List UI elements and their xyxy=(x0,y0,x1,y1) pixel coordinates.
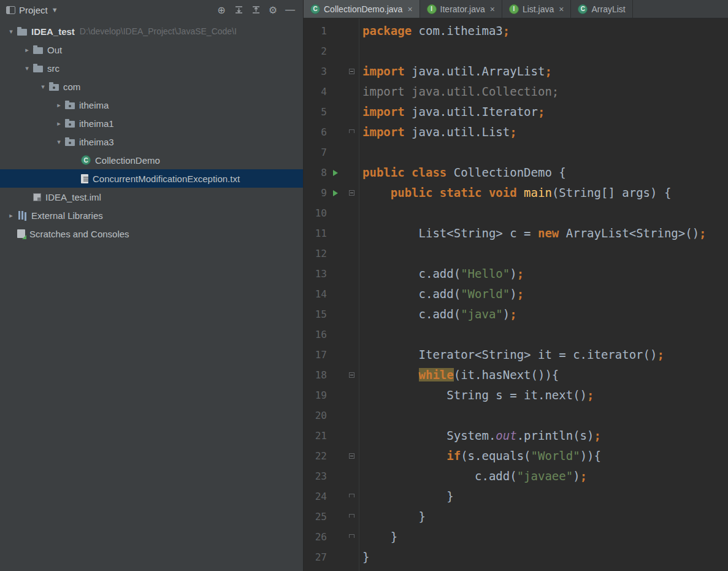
chevron-right-icon[interactable]: ▸ xyxy=(53,101,65,109)
tree-item-itheima3[interactable]: ▾itheima3 xyxy=(0,132,303,151)
code-line: 11 List<String> c = new ArrayList<String… xyxy=(304,223,728,243)
code-line: 17 Iterator<String> it = c.iterator(); xyxy=(304,345,728,365)
fold-start-icon[interactable] xyxy=(344,61,359,82)
code-line: 4import java.util.Collection; xyxy=(304,82,728,102)
tree-item-com[interactable]: ▾com xyxy=(0,77,303,96)
code-text: c.add("java"); xyxy=(359,304,517,324)
code-line: 7 xyxy=(304,142,728,163)
code-line: 16 xyxy=(304,324,728,345)
line-number: 2 xyxy=(304,41,327,61)
line-number: 26 xyxy=(304,527,327,547)
code-line: 10 xyxy=(304,203,728,223)
code-line: 8public class CollectionDemo { xyxy=(304,163,728,183)
project-panel-title[interactable]: Project xyxy=(19,5,48,15)
settings-icon[interactable]: ⚙ xyxy=(266,4,280,16)
run-spacer xyxy=(327,405,344,426)
fold-spacer xyxy=(344,466,359,486)
run-icon[interactable] xyxy=(327,163,344,183)
code-editor[interactable]: 1package com.itheima3;23import java.util… xyxy=(304,18,728,571)
run-icon[interactable] xyxy=(327,183,344,203)
fold-spacer xyxy=(344,142,359,163)
tree-item-path: D:\develop\IDEA_Project\JavaSE_Code\I xyxy=(80,26,237,36)
scroll-from-source-icon[interactable] xyxy=(232,6,245,15)
code-line: 2 xyxy=(304,41,728,61)
run-spacer xyxy=(327,547,344,567)
tree-item-itheima1[interactable]: ▸itheima1 xyxy=(0,114,303,132)
chevron-right-icon[interactable]: ▸ xyxy=(21,46,33,54)
close-icon[interactable]: × xyxy=(490,4,495,14)
run-spacer xyxy=(327,466,344,486)
fold-start-icon[interactable] xyxy=(344,183,359,203)
tree-item-idea-test[interactable]: ▾IDEA_testD:\develop\IDEA_Project\JavaSE… xyxy=(0,22,303,40)
fold-spacer xyxy=(344,264,359,284)
line-number: 18 xyxy=(304,365,327,385)
tab-list-java[interactable]: IList.java× xyxy=(502,0,572,18)
chevron-down-icon[interactable]: ▾ xyxy=(37,83,49,91)
fold-spacer xyxy=(344,284,359,304)
run-spacer xyxy=(327,446,344,466)
hide-panel-icon[interactable]: — xyxy=(283,4,297,15)
tab-arraylist[interactable]: CArrayList xyxy=(571,0,632,18)
run-arrow-icon xyxy=(333,170,338,176)
tree-item-itheima[interactable]: ▸itheima xyxy=(0,96,303,114)
editor-area: CCollectionDemo.java×IIterator.java×ILis… xyxy=(304,0,728,571)
code-text: c.add("World"); xyxy=(359,284,524,304)
folder-icon xyxy=(33,47,43,54)
tree-item-collectiondemo[interactable]: CCollectionDemo xyxy=(0,151,303,169)
code-text: import java.util.Iterator; xyxy=(359,102,545,122)
code-text: String s = it.next(); xyxy=(359,385,594,405)
tab-iterator-java[interactable]: IIterator.java× xyxy=(420,0,502,18)
tab-label: CollectionDemo.java xyxy=(324,4,402,14)
chevron-down-icon[interactable]: ▾ xyxy=(21,64,33,72)
close-icon[interactable]: × xyxy=(407,4,412,14)
tree-item-label: src xyxy=(47,63,59,74)
chevron-right-icon[interactable]: ▸ xyxy=(53,120,65,128)
fold-end-icon[interactable] xyxy=(344,486,359,507)
code-text: } xyxy=(359,486,454,507)
tree-item-scratches-and-consoles[interactable]: Scratches and Consoles xyxy=(0,224,303,243)
code-text: List<String> c = new ArrayList<String>()… xyxy=(359,223,707,243)
run-spacer xyxy=(327,223,344,243)
close-icon[interactable]: × xyxy=(559,4,564,14)
fold-end-icon[interactable] xyxy=(344,122,359,142)
tree-item-idea-test-iml[interactable]: IDEA_test.iml xyxy=(0,188,303,206)
fold-end-icon[interactable] xyxy=(344,507,359,527)
code-line: 20 xyxy=(304,405,728,426)
chevron-right-icon[interactable]: ▸ xyxy=(5,212,17,220)
chevron-down-icon[interactable]: ▾ xyxy=(53,138,65,146)
code-text: if(s.equals("World")){ xyxy=(359,446,601,466)
code-text: c.add("javaee"); xyxy=(359,466,587,486)
run-spacer xyxy=(327,527,344,547)
tree-item-concurrentmodificationexception-txt[interactable]: ConcurrentModificationException.txt xyxy=(0,169,303,188)
locate-icon[interactable]: ⊕ xyxy=(215,4,228,16)
scratches-icon xyxy=(17,229,25,238)
code-line: 18 while(it.hasNext()){ xyxy=(304,365,728,385)
tree-item-label: IDEA_test xyxy=(31,26,75,37)
project-folder-icon xyxy=(17,29,27,36)
code-line: 24 } xyxy=(304,486,728,507)
chevron-down-icon[interactable]: ▾ xyxy=(5,28,17,36)
run-arrow-icon xyxy=(333,190,338,196)
run-spacer xyxy=(327,365,344,385)
line-number: 16 xyxy=(304,324,327,345)
tree-item-src[interactable]: ▾src xyxy=(0,59,303,77)
tree-item-out[interactable]: ▸Out xyxy=(0,40,303,59)
chevron-down-icon[interactable]: ▼ xyxy=(52,6,58,13)
tree-item-label: itheima3 xyxy=(79,137,114,147)
fold-start-icon[interactable] xyxy=(344,446,359,466)
code-line: 6import java.util.List; xyxy=(304,122,728,142)
code-text: c.add("Hello"); xyxy=(359,264,524,284)
fold-end-icon[interactable] xyxy=(344,527,359,547)
tab-collectiondemo-java[interactable]: CCollectionDemo.java× xyxy=(304,0,420,18)
tree-item-external-libraries[interactable]: ▸External Libraries xyxy=(0,206,303,224)
ide-window: Project ▼ ⊕ ⚙ — ▾IDEA_testD:\develop\IDE… xyxy=(0,0,728,571)
line-number: 25 xyxy=(304,507,327,527)
line-number: 1 xyxy=(304,21,327,41)
tab-label: ArrayList xyxy=(591,4,625,14)
fold-start-icon[interactable] xyxy=(344,365,359,385)
project-panel: Project ▼ ⊕ ⚙ — ▾IDEA_testD:\develop\IDE… xyxy=(0,0,304,571)
package-icon xyxy=(65,102,75,109)
fold-spacer xyxy=(344,243,359,264)
tool-window-icon[interactable] xyxy=(6,6,15,14)
collapse-all-icon[interactable] xyxy=(249,6,262,15)
